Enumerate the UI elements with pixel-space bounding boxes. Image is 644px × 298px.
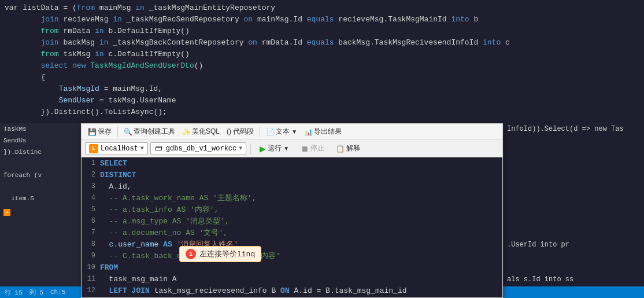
run-play-icon: ▶ bbox=[260, 144, 266, 153]
tooltip-text: 左连接等价linq bbox=[199, 249, 255, 259]
sql-code-line-3: 3 A.id, bbox=[82, 181, 502, 192]
right-code-line: .UserId into pr bbox=[507, 239, 644, 251]
sql-code-line-2: 2 DISTINCT bbox=[82, 169, 502, 181]
save-icon: 💾 bbox=[88, 128, 96, 136]
sql-code-line-1: 1 SELECT bbox=[82, 157, 502, 169]
tooltip-bubble: 1 左连接等价linq bbox=[179, 246, 261, 262]
text-button[interactable]: 📄 文本 ▼ bbox=[263, 126, 300, 138]
sql-code-line-4: 4 -- A.task_work_name AS '主题名称', bbox=[82, 192, 502, 204]
sql-code-line-12: 12 LEFT JOIN task_msg_recievesend_info B… bbox=[82, 285, 502, 296]
query-builder-icon: 🔍 bbox=[124, 128, 132, 136]
right-code-line bbox=[507, 170, 644, 181]
beautify-sql-button[interactable]: ✨ 美化SQL bbox=[179, 126, 223, 138]
database-dropdown-arrow: ▼ bbox=[239, 145, 242, 152]
right-code-line bbox=[507, 181, 644, 193]
sql-code-line-6: 6 -- a.msg_type AS '消息类型', bbox=[82, 215, 502, 227]
sql-code-line-5: 5 -- a.task_info AS '内容', bbox=[82, 204, 502, 215]
localhost-icon: L bbox=[89, 144, 98, 153]
sql-code-line-10: 10 FROM bbox=[82, 262, 502, 273]
database-icon: 🗃 bbox=[154, 144, 164, 153]
toolbar-separator bbox=[250, 144, 251, 154]
status-col: 列 5 bbox=[29, 288, 43, 297]
export-result-button[interactable]: 📊 导出结果 bbox=[301, 126, 345, 138]
query-builder-button[interactable]: 🔍 查询创建工具 bbox=[121, 126, 178, 138]
status-row: 行 15 bbox=[5, 288, 23, 297]
explain-icon: 📋 bbox=[336, 145, 345, 153]
toolbar-separator bbox=[117, 127, 118, 137]
localhost-selector[interactable]: L LocalHost ▼ bbox=[85, 142, 148, 155]
right-code-line: als s.Id into ss bbox=[507, 274, 644, 285]
sql-code-line-7: 7 -- a.document_no AS '文号', bbox=[82, 227, 502, 238]
sql-code-line-9: 9 -- C.task_back_content AS '消息回复内容' bbox=[82, 250, 502, 262]
save-button[interactable]: 💾 保存 bbox=[85, 126, 114, 138]
right-code-line bbox=[507, 204, 644, 216]
bg-code-line: join recieveMsg in _taskMsgRecSendRepose… bbox=[5, 14, 644, 25]
text-icon: 📄 bbox=[266, 128, 274, 136]
bg-code-line: { bbox=[5, 72, 644, 83]
toolbar-separator bbox=[260, 127, 260, 137]
bg-code-line: var listData = (from mainMsg in _taskMsg… bbox=[5, 2, 644, 14]
sql-code-line-11: 11 task_msg_main A bbox=[82, 273, 502, 285]
right-code-line bbox=[507, 227, 644, 239]
right-code-line bbox=[507, 251, 644, 262]
sql-code-line-8: 8 c.user_name AS '消息回复人姓名' bbox=[82, 238, 502, 250]
right-code-line bbox=[507, 193, 644, 204]
right-code-line bbox=[507, 262, 644, 274]
right-code-line bbox=[507, 158, 644, 170]
bg-code-line: from tskMsg in c.DefaultIfEmpty() bbox=[5, 49, 644, 60]
bg-code-line: }).Distinct().ToListAsync(); bbox=[5, 106, 644, 118]
tooltip-number: 1 bbox=[186, 249, 196, 259]
status-ch: Ch:5 bbox=[50, 289, 65, 296]
sql-code-line-13: 13 LEFT JOIN task_msg_back_contents C ON… bbox=[82, 296, 502, 297]
text-dropdown-icon: ▼ bbox=[291, 128, 297, 135]
right-code-line bbox=[507, 216, 644, 227]
sql-code-editor[interactable]: 1 SELECT 2 DISTINCT 3 A.id, 4 -- A.task_… bbox=[82, 157, 502, 297]
bg-code-line: TaskMsgId = mainMsg.Id, bbox=[5, 83, 644, 95]
beautify-icon: ✨ bbox=[182, 128, 190, 136]
bg-code-line: join backMsg in _taskMsgBackContentRepos… bbox=[5, 37, 644, 49]
right-code-line: InfoId)).Select(d => new Tas bbox=[507, 123, 644, 135]
sql-toolbar-row2: L LocalHost ▼ 🗃 gdbs_db_v1_workcc ▼ ▶ 运行… bbox=[82, 140, 502, 157]
right-code-line bbox=[507, 146, 644, 158]
bg-code-line: SendUser = tskMsg.UserName bbox=[5, 95, 644, 106]
export-icon: 📊 bbox=[304, 128, 312, 136]
database-selector[interactable]: 🗃 gdbs_db_v1_workcc ▼ bbox=[150, 142, 246, 155]
sql-toolbar-row1: 💾 保存 🔍 查询创建工具 ✨ 美化SQL () 代码段 📄 文本 ▼ 📊 导出… bbox=[82, 124, 502, 140]
run-button[interactable]: ▶ 运行 ▼ bbox=[255, 142, 294, 154]
run-dropdown-arrow: ▼ bbox=[283, 145, 289, 152]
bg-code-line: select new TaskMsgIdAndSendUserDto() bbox=[5, 60, 644, 72]
stop-button[interactable]: ⏹ 停止 bbox=[296, 142, 329, 154]
right-code-line bbox=[507, 135, 644, 146]
bg-code-line: from rmData in b.DefaultIfEmpty() bbox=[5, 25, 644, 37]
explain-button[interactable]: 📋 解释 bbox=[331, 142, 365, 154]
code-snippet-button[interactable]: () 代码段 bbox=[224, 126, 257, 138]
stop-icon: ⏹ bbox=[301, 144, 309, 153]
localhost-dropdown-arrow: ▼ bbox=[140, 145, 144, 152]
sql-panel: 💾 保存 🔍 查询创建工具 ✨ 美化SQL () 代码段 📄 文本 ▼ 📊 导出… bbox=[81, 123, 503, 298]
